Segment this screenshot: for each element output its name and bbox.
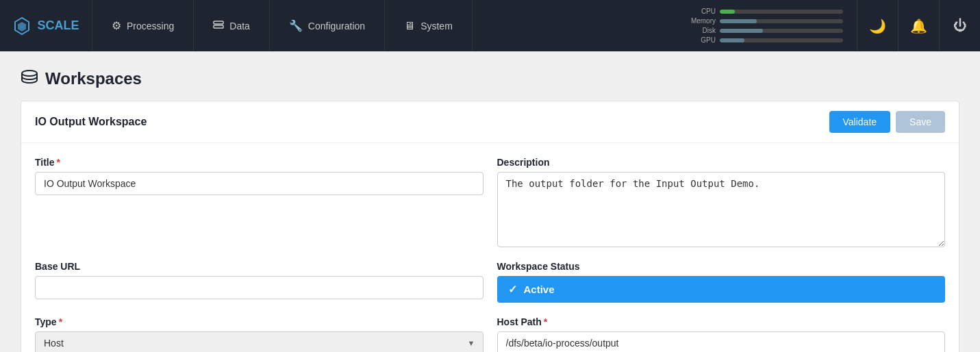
card-header: IO Output Workspace Validate Save [21, 101, 959, 143]
navbar-right: CPU Memory Disk GPU [671, 0, 980, 51]
title-label: Title* [35, 157, 483, 168]
page-header: Workspaces [21, 68, 959, 90]
type-label: Type* [35, 316, 483, 327]
card-body: Title* Description The output folder for… [21, 143, 959, 352]
disk-stat: Disk [685, 27, 843, 34]
memory-bar-bg [720, 19, 843, 23]
save-button[interactable]: Save [896, 111, 945, 133]
type-select[interactable]: Host S3 NFS [35, 331, 483, 352]
base-url-label: Base URL [35, 261, 483, 272]
memory-label: Memory [685, 17, 716, 25]
system-icon: 🖥 [404, 20, 415, 32]
nav-data-label: Data [229, 21, 250, 32]
notifications-button[interactable]: 🔔 [898, 0, 939, 51]
card-actions: Validate Save [829, 111, 945, 133]
status-bar: ✓ Active [497, 276, 946, 303]
logo-text: SCALE [37, 18, 79, 33]
form-row-3: Type* Host S3 NFS Host Path* [35, 316, 945, 352]
svg-point-2 [22, 71, 37, 76]
cpu-bar-fill [720, 10, 735, 14]
workspaces-icon [21, 68, 38, 90]
type-required: * [59, 316, 62, 327]
nav-configuration-label: Configuration [308, 21, 365, 32]
form-row-2: Base URL Workspace Status ✓ Active [35, 261, 945, 303]
gpu-label: GPU [685, 36, 716, 44]
disk-bar-fill [720, 29, 763, 33]
configuration-icon: 🔧 [289, 19, 303, 32]
logo[interactable]: SCALE [0, 0, 92, 51]
workspace-status-group: Workspace Status ✓ Active [497, 261, 946, 303]
memory-bar-fill [720, 19, 757, 23]
title-input[interactable] [35, 172, 483, 195]
gpu-stat: GPU [685, 36, 843, 44]
base-url-group: Base URL [35, 261, 483, 303]
cpu-stat: CPU [685, 8, 843, 15]
cpu-label: CPU [685, 8, 716, 15]
host-path-input[interactable] [497, 331, 946, 352]
nav-processing-label: Processing [127, 21, 174, 32]
navbar: SCALE ⚙ Processing Data 🔧 Configuration … [0, 0, 980, 51]
gpu-bar-bg [720, 38, 843, 42]
processing-icon: ⚙ [112, 19, 121, 32]
base-url-input[interactable] [35, 276, 483, 299]
power-button[interactable]: ⏻ [939, 0, 980, 51]
disk-label: Disk [685, 27, 716, 34]
host-path-label: Host Path* [497, 316, 946, 327]
card-title: IO Output Workspace [35, 116, 147, 128]
status-check-icon: ✓ [508, 283, 517, 296]
memory-stat: Memory [685, 17, 843, 25]
system-stats: CPU Memory Disk GPU [671, 8, 857, 44]
svg-rect-1 [214, 25, 223, 28]
nav-processing[interactable]: ⚙ Processing [92, 0, 194, 51]
host-path-group: Host Path* [497, 316, 946, 352]
disk-bar-bg [720, 29, 843, 33]
gpu-bar-fill [720, 38, 744, 42]
data-icon [213, 20, 224, 32]
nav-configuration[interactable]: 🔧 Configuration [270, 0, 385, 51]
status-text: Active [524, 284, 555, 295]
cpu-bar-bg [720, 10, 843, 14]
workspace-card: IO Output Workspace Validate Save Title*… [21, 101, 959, 352]
description-label: Description [497, 157, 946, 168]
title-required: * [57, 157, 60, 168]
svg-rect-0 [214, 21, 223, 24]
page-content: Workspaces IO Output Workspace Validate … [0, 51, 980, 352]
logo-icon [12, 16, 32, 36]
page-title: Workspaces [45, 69, 142, 88]
form-row-1: Title* Description The output folder for… [35, 157, 945, 247]
type-group: Type* Host S3 NFS [35, 316, 483, 352]
nav-data[interactable]: Data [194, 0, 270, 51]
nav-system[interactable]: 🖥 System [385, 0, 473, 51]
host-path-required: * [544, 316, 547, 327]
theme-toggle[interactable]: 🌙 [857, 0, 898, 51]
description-group: Description The output folder for the In… [497, 157, 946, 247]
description-input[interactable]: The output folder for the Input Output D… [497, 172, 946, 247]
workspace-status-label: Workspace Status [497, 261, 946, 272]
type-select-wrapper: Host S3 NFS [35, 331, 483, 352]
title-group: Title* [35, 157, 483, 247]
nav-system-label: System [420, 21, 453, 32]
validate-button[interactable]: Validate [829, 111, 891, 133]
